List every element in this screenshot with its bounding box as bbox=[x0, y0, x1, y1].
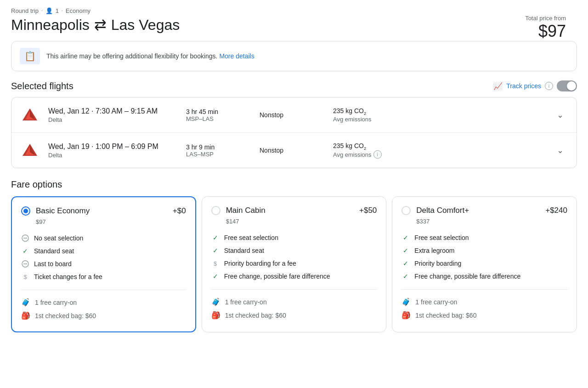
price-value: $97 bbox=[525, 22, 566, 41]
flights-card: Wed, Jan 12 · 7:30 AM – 9:15 AM Delta 3 … bbox=[11, 97, 577, 168]
track-info-icon[interactable]: i bbox=[545, 82, 553, 90]
fare-feature-item: $Ticket changes for a fee bbox=[21, 270, 186, 283]
feature-icon-check: ✓ bbox=[211, 272, 220, 280]
route-arrow: ⇄ bbox=[94, 16, 107, 34]
fare-card-header: Delta Comfort++$240 bbox=[401, 206, 567, 215]
feature-text: No seat selection bbox=[34, 234, 83, 242]
fare-feature-item: ✓Free change, possible fare difference bbox=[211, 270, 377, 283]
feature-icon-check: ✓ bbox=[401, 246, 410, 255]
fare-feature-item: ✓Extra legroom bbox=[401, 244, 567, 257]
fare-radio-comfort[interactable] bbox=[401, 206, 411, 215]
total-price-area: Total price from $97 bbox=[525, 15, 566, 41]
fare-cards-container: Basic Economy+$0$97No seat selection✓Sta… bbox=[11, 196, 577, 332]
feature-text: Free change, possible fare difference bbox=[224, 273, 330, 280]
feature-icon-dollar: $ bbox=[21, 273, 29, 281]
flexibility-text: This airline may be offering additional … bbox=[46, 52, 254, 60]
feature-icon-dollar: $ bbox=[211, 259, 220, 268]
delta-logo-svg bbox=[22, 142, 38, 159]
fare-feature-item: ✓Free seat selection bbox=[401, 231, 567, 244]
flight-expand-button[interactable]: ⌄ bbox=[553, 108, 567, 122]
fare-radio-basic[interactable] bbox=[21, 206, 30, 216]
route-title: Minneapolis ⇄ Las Vegas bbox=[11, 16, 577, 34]
fare-card-comfort[interactable]: Delta Comfort++$240$337✓Free seat select… bbox=[392, 196, 577, 332]
feature-icon-check: ✓ bbox=[401, 259, 410, 268]
fare-card-main[interactable]: Main Cabin+$50$147✓Free seat selection✓S… bbox=[202, 196, 387, 332]
flight-time: Wed, Jan 19 · 1:00 PM – 6:09 PM bbox=[48, 143, 177, 151]
fare-bag-item: 🎒1st checked bag: $60 bbox=[21, 309, 186, 322]
fare-feature-item: ✓Standard seat bbox=[21, 245, 186, 257]
bag-text: 1st checked bag: $60 bbox=[415, 312, 476, 319]
feature-text: Standard seat bbox=[224, 247, 264, 254]
fare-bag-item: 🧳1 free carry-on bbox=[211, 295, 377, 308]
flight-main: Wed, Jan 19 · 1:00 PM – 6:09 PM Delta bbox=[48, 143, 177, 159]
bag-text: 1 free carry-on bbox=[35, 299, 77, 306]
flexibility-banner: 📋 This airline may be offering additiona… bbox=[11, 41, 577, 71]
bag-text: 1st checked bag: $60 bbox=[225, 312, 286, 319]
fare-feature-item: $Priority boarding for a fee bbox=[211, 257, 377, 270]
flight-time: Wed, Jan 12 · 7:30 AM – 9:15 AM bbox=[48, 107, 177, 115]
fare-base-price: $147 bbox=[226, 218, 377, 225]
fare-feature-item: ✓Free change, possible fare difference bbox=[401, 270, 567, 283]
feature-text: Last to board bbox=[34, 260, 72, 268]
bag-icon: 🎒 bbox=[21, 311, 30, 320]
price-label: Total price from bbox=[525, 15, 566, 22]
fare-options-title: Fare options bbox=[11, 179, 577, 190]
bag-icon: 🎒 bbox=[401, 311, 411, 320]
track-prices-area: 📈 Track prices i bbox=[493, 80, 577, 91]
fare-divider bbox=[21, 290, 186, 290]
bag-icon: 🎒 bbox=[211, 311, 220, 320]
selected-flights-title: Selected flights bbox=[11, 81, 74, 91]
feature-text: Free change, possible fare difference bbox=[414, 273, 520, 280]
more-details-link[interactable]: More details bbox=[219, 52, 254, 60]
feature-text: Free seat selection bbox=[414, 234, 469, 241]
feature-icon-check: ✓ bbox=[21, 247, 29, 255]
feature-text: Priority boarding for a fee bbox=[224, 260, 296, 267]
fare-name: Basic Economy bbox=[36, 206, 167, 216]
track-prices-label: Track prices bbox=[506, 82, 541, 90]
fare-card-basic[interactable]: Basic Economy+$0$97No seat selection✓Sta… bbox=[11, 196, 196, 332]
fare-bag-item: 🎒1st checked bag: $60 bbox=[401, 308, 567, 322]
track-prices-toggle[interactable] bbox=[557, 80, 577, 91]
feature-icon-check: ✓ bbox=[401, 234, 410, 242]
feature-text: Free seat selection bbox=[224, 234, 278, 241]
fare-card-header: Basic Economy+$0 bbox=[21, 206, 186, 216]
fare-feature-item: Last to board bbox=[21, 257, 186, 270]
fare-bag-item: 🧳1 free carry-on bbox=[21, 296, 186, 309]
passengers-icon: 👤 bbox=[45, 7, 53, 14]
fare-feature-item: ✓Standard seat bbox=[211, 244, 377, 257]
bag-text: 1st checked bag: $60 bbox=[35, 312, 96, 320]
flexibility-icon: 📋 bbox=[20, 48, 40, 64]
fare-feature-item: ✓Free seat selection bbox=[211, 231, 377, 244]
flight-airline: Delta bbox=[48, 116, 177, 123]
feature-text: Priority boarding bbox=[414, 260, 461, 267]
trip-meta: Round trip · 👤 1 · Economy bbox=[11, 7, 577, 14]
feature-text: Extra legroom bbox=[414, 247, 454, 254]
flight-row: Wed, Jan 12 · 7:30 AM – 9:15 AM Delta 3 … bbox=[11, 97, 577, 133]
feature-text: Standard seat bbox=[34, 247, 74, 255]
fare-bag-item: 🧳1 free carry-on bbox=[401, 295, 567, 308]
flight-emissions: 235 kg CO2 Avg emissions bbox=[333, 107, 544, 123]
feature-icon-no bbox=[21, 234, 29, 242]
delta-logo-svg bbox=[22, 107, 38, 123]
feature-icon-check: ✓ bbox=[211, 234, 220, 242]
flight-duration: 3 hr 45 min MSP–LAS bbox=[186, 108, 250, 122]
flight-expand-button[interactable]: ⌄ bbox=[553, 143, 567, 157]
feature-icon-no bbox=[21, 260, 29, 268]
feature-text: Ticket changes for a fee bbox=[34, 273, 102, 280]
emissions-info-icon[interactable]: i bbox=[373, 150, 382, 159]
fare-bag-item: 🎒1st checked bag: $60 bbox=[211, 308, 377, 322]
flight-stops: Nonstop bbox=[260, 111, 324, 119]
selected-flights-header: Selected flights 📈 Track prices i bbox=[11, 80, 577, 91]
cabin-class: Economy bbox=[66, 7, 90, 14]
flight-row: Wed, Jan 19 · 1:00 PM – 6:09 PM Delta 3 … bbox=[11, 133, 577, 168]
fare-base-price: $97 bbox=[36, 218, 186, 225]
flight-stops: Nonstop bbox=[260, 147, 324, 154]
flight-airline: Delta bbox=[48, 152, 177, 159]
bag-icon: 🧳 bbox=[211, 297, 220, 306]
fare-name: Delta Comfort+ bbox=[416, 206, 540, 215]
fare-divider bbox=[211, 289, 377, 290]
fare-feature-item: ✓Priority boarding bbox=[401, 257, 567, 270]
fare-radio-main[interactable] bbox=[211, 206, 220, 215]
airline-logo bbox=[21, 141, 39, 160]
bag-text: 1 free carry-on bbox=[415, 298, 457, 306]
